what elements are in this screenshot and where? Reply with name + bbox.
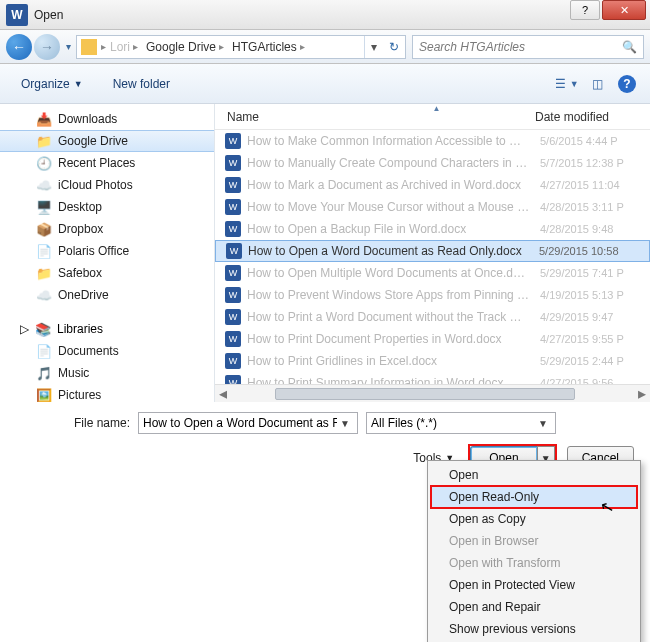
word-doc-icon: W: [225, 221, 241, 237]
file-name: How to Open a Word Document as Read Only…: [248, 244, 533, 258]
tree-item[interactable]: iCloud Photos: [0, 174, 214, 196]
nav-bar: ← → ▾ ▸ Lori ▸ Google Drive ▸ HTGArticle…: [0, 30, 650, 64]
tree-item[interactable]: Polaris Office: [0, 240, 214, 262]
file-row[interactable]: WHow to Move Your Mouse Cursor without a…: [215, 196, 650, 218]
tree-item[interactable]: Downloads: [0, 108, 214, 130]
toolbar: Organize ▼ New folder ☰ ▼ ◫ ?: [0, 64, 650, 104]
file-date: 4/28/2015 3:11 P: [540, 201, 650, 213]
help-icon-button[interactable]: ?: [614, 72, 640, 96]
file-row[interactable]: WHow to Mark a Document as Archived in W…: [215, 174, 650, 196]
chevron-down-icon[interactable]: ▼: [337, 418, 353, 429]
chevron-down-icon[interactable]: ▼: [535, 418, 551, 429]
file-name: How to Mark a Document as Archived in Wo…: [247, 178, 534, 192]
preview-pane-button[interactable]: ◫: [584, 72, 610, 96]
column-headers: Name Date modified: [215, 104, 650, 130]
new-folder-button[interactable]: New folder: [102, 72, 181, 96]
library-icon: [36, 365, 52, 381]
file-row[interactable]: WHow to Prevent Windows Store Apps from …: [215, 284, 650, 306]
file-row[interactable]: WHow to Print Document Properties in Wor…: [215, 328, 650, 350]
search-placeholder: Search HTGArticles: [419, 40, 525, 54]
chevron-right-icon: ▸: [300, 41, 305, 52]
tree-item[interactable]: Dropbox: [0, 218, 214, 240]
tree-item[interactable]: Music: [0, 362, 214, 384]
scroll-left-arrow[interactable]: ◂: [215, 384, 231, 402]
tree-item-label: OneDrive: [58, 288, 109, 302]
breadcrumb-item[interactable]: Google Drive ▸: [142, 40, 228, 54]
folder-icon: [36, 265, 52, 281]
breadcrumb-dropdown[interactable]: ▾: [364, 36, 383, 58]
help-button[interactable]: ?: [570, 0, 600, 20]
recent-locations-dropdown[interactable]: ▾: [62, 41, 74, 52]
folder-icon: [36, 221, 52, 237]
file-rows[interactable]: WHow to Make Common Information Accessib…: [215, 130, 650, 384]
file-name: How to Manually Create Compound Characte…: [247, 156, 534, 170]
menu-item[interactable]: Open in Protected View: [431, 574, 637, 596]
nav-forward-button[interactable]: →: [34, 34, 60, 60]
chevron-down-icon: ▼: [570, 79, 579, 89]
word-doc-icon: W: [226, 243, 242, 259]
tree-item[interactable]: Pictures: [0, 384, 214, 402]
filter-value: All Files (*.*): [371, 416, 535, 430]
file-type-filter[interactable]: All Files (*.*) ▼: [366, 412, 556, 434]
breadcrumb-item[interactable]: HTGArticles ▸: [228, 40, 309, 54]
tree-item-label: Pictures: [58, 388, 101, 402]
file-name: How to Move Your Mouse Cursor without a …: [247, 200, 534, 214]
tree-item-label: Polaris Office: [58, 244, 129, 258]
file-row[interactable]: WHow to Manually Create Compound Charact…: [215, 152, 650, 174]
file-row[interactable]: WHow to Print a Word Document without th…: [215, 306, 650, 328]
nav-back-button[interactable]: ←: [6, 34, 32, 60]
tree-item[interactable]: Documents: [0, 340, 214, 362]
menu-item[interactable]: Open: [431, 464, 637, 486]
organize-button[interactable]: Organize ▼: [10, 72, 94, 96]
file-row[interactable]: WHow to Print Summary Information in Wor…: [215, 372, 650, 384]
menu-item[interactable]: Show previous versions: [431, 618, 637, 640]
breadcrumb-item[interactable]: Lori ▸: [106, 40, 142, 54]
tree-item-label: Music: [58, 366, 89, 380]
file-row[interactable]: WHow to Open Multiple Word Documents at …: [215, 262, 650, 284]
close-button[interactable]: ✕: [602, 0, 646, 20]
scroll-thumb[interactable]: [275, 388, 575, 400]
breadcrumb-label: HTGArticles: [232, 40, 297, 54]
menu-item[interactable]: Open Read-Only: [431, 486, 637, 508]
window-controls: ? ✕: [568, 0, 646, 29]
tree-item[interactable]: Safebox: [0, 262, 214, 284]
open-options-menu: OpenOpen Read-OnlyOpen as CopyOpen in Br…: [427, 460, 641, 642]
filename-input[interactable]: How to Open a Word Document as Rea ▼: [138, 412, 358, 434]
chevron-right-icon: ▸: [133, 41, 138, 52]
tree-item[interactable]: Recent Places: [0, 152, 214, 174]
word-doc-icon: W: [225, 375, 241, 384]
tree-item[interactable]: Google Drive: [0, 130, 214, 152]
word-doc-icon: W: [225, 287, 241, 303]
horizontal-scrollbar[interactable]: ◂ ▸: [215, 384, 650, 402]
tree-item[interactable]: OneDrive: [0, 284, 214, 306]
file-row[interactable]: WHow to Open a Word Document as Read Onl…: [215, 240, 650, 262]
tree-item[interactable]: Desktop: [0, 196, 214, 218]
file-row[interactable]: WHow to Make Common Information Accessib…: [215, 130, 650, 152]
file-name: How to Print Document Properties in Word…: [247, 332, 534, 346]
scroll-right-arrow[interactable]: ▸: [634, 384, 650, 402]
tree-item-label: Documents: [58, 344, 119, 358]
column-date[interactable]: Date modified: [535, 110, 650, 124]
file-row[interactable]: WHow to Print Gridlines in Excel.docx5/2…: [215, 350, 650, 372]
folder-tree[interactable]: DownloadsGoogle DriveRecent PlacesiCloud…: [0, 104, 215, 402]
file-name: How to Print a Word Document without the…: [247, 310, 534, 324]
folder-icon: [36, 243, 52, 259]
column-name[interactable]: Name: [223, 110, 535, 124]
tree-item-label: Recent Places: [58, 156, 135, 170]
tree-item-label: Desktop: [58, 200, 102, 214]
view-mode-button[interactable]: ☰ ▼: [554, 72, 580, 96]
file-date: 5/29/2015 2:44 P: [540, 355, 650, 367]
libraries-header[interactable]: ▷Libraries: [0, 318, 214, 340]
menu-item[interactable]: Open as Copy: [431, 508, 637, 530]
refresh-button[interactable]: ↻: [383, 40, 405, 54]
file-name: How to Open a Backup File in Word.docx: [247, 222, 534, 236]
file-date: 4/27/2015 9:56: [540, 377, 650, 384]
file-row[interactable]: WHow to Open a Backup File in Word.docx4…: [215, 218, 650, 240]
main-area: DownloadsGoogle DriveRecent PlacesiCloud…: [0, 104, 650, 402]
search-input[interactable]: Search HTGArticles 🔍: [412, 35, 644, 59]
menu-item[interactable]: Open and Repair: [431, 596, 637, 618]
word-doc-icon: W: [225, 331, 241, 347]
breadcrumb-bar[interactable]: ▸ Lori ▸ Google Drive ▸ HTGArticles ▸ ▾ …: [76, 35, 406, 59]
word-app-icon: W: [6, 4, 28, 26]
expand-icon[interactable]: ▷: [20, 322, 29, 336]
